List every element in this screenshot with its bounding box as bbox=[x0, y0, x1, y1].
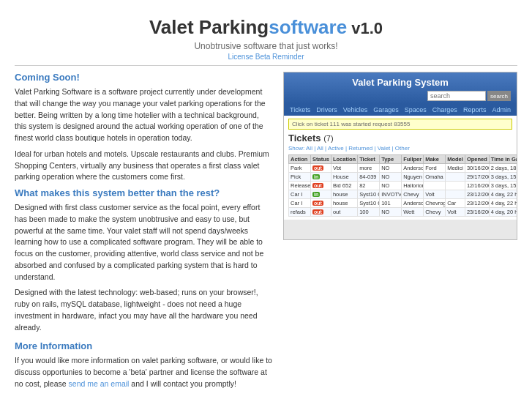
cell-type: 101 bbox=[380, 199, 402, 208]
cell-opened: 30/16/2009 14:26:07 bbox=[465, 164, 489, 173]
cell-ticket: 84-039 bbox=[358, 173, 380, 182]
more-info-section: More Information If you would like more … bbox=[15, 340, 273, 389]
cell-action: refads bbox=[289, 208, 311, 217]
what-makes-title: What makes this system better than the r… bbox=[15, 187, 273, 198]
cell-ticket: Syst10 6 bbox=[358, 199, 380, 208]
page-wrapper: Valet Parkingsoftware v1.0 Unobtrusive s… bbox=[0, 0, 532, 399]
cell-status: out bbox=[311, 208, 331, 217]
site-tagline: Unobtrusive software that just works! bbox=[15, 41, 517, 51]
right-column: Valet Parking System search Tickets Driv… bbox=[283, 72, 517, 395]
cell-ticket: more bbox=[358, 164, 380, 173]
table-row: Car I out house Syst10 6 101 Anderson Ch… bbox=[289, 199, 518, 208]
cell-make: Chevy bbox=[424, 208, 446, 217]
vps-nav-charges[interactable]: Charges bbox=[432, 106, 457, 113]
cell-action: Park bbox=[289, 164, 311, 173]
left-column: Coming Soon! Valet Parking Software is a… bbox=[15, 72, 273, 395]
coming-soon-para2: Ideal for urban hotels and motels. Upsca… bbox=[15, 149, 273, 183]
vps-nav-spaces[interactable]: Spaces bbox=[405, 106, 427, 113]
cell-type: NO bbox=[380, 182, 402, 190]
cell-fullper: Hallorion bbox=[402, 182, 424, 190]
cell-fullper: Wett bbox=[402, 208, 424, 217]
cell-location: Bid 652 bbox=[331, 182, 357, 190]
cell-status: in bbox=[311, 173, 331, 182]
vps-nav-drivers[interactable]: Drivers bbox=[316, 106, 337, 113]
cell-type: NO bbox=[380, 173, 402, 182]
coming-soon-title: Coming Soon! bbox=[15, 72, 273, 83]
vps-filter-row: Show: All | All | Active | Returned | Va… bbox=[288, 145, 512, 152]
col-model: Model bbox=[446, 155, 465, 164]
cell-fullper: Nguyen bbox=[402, 173, 424, 182]
table-row: Release out Bid 652 82 NO Hallorion 12/1… bbox=[289, 182, 518, 190]
cell-fullper: Anderson bbox=[402, 164, 424, 173]
vps-nav-reports[interactable]: Reports bbox=[463, 106, 487, 113]
vps-alert: Click on ticket 111 was started request … bbox=[288, 119, 512, 130]
license-link[interactable]: License Beta Reminder bbox=[15, 53, 517, 61]
cell-location: Vbt bbox=[331, 164, 357, 173]
cell-type: NO bbox=[380, 164, 402, 173]
cell-model bbox=[446, 190, 465, 199]
cell-location: House bbox=[331, 173, 357, 182]
cell-fullper: Anderson bbox=[402, 199, 424, 208]
cell-opened: 23/12/2009 13:09:28 bbox=[465, 190, 489, 199]
title-version: v1.0 bbox=[347, 19, 383, 37]
title-software: software bbox=[269, 16, 347, 38]
cell-time: 4 day, 20 hours, and 39 minutes bbox=[489, 208, 517, 217]
col-type: Type bbox=[380, 155, 402, 164]
coming-soon-para1: Valet Parking Software is a software pro… bbox=[15, 86, 273, 144]
email-link[interactable]: send me an email bbox=[69, 379, 130, 388]
cell-opened: 29/17/2009 10:09:04 bbox=[465, 173, 489, 182]
col-action: Action bbox=[289, 155, 311, 164]
cell-ticket: 82 bbox=[358, 182, 380, 190]
vps-nav-garages[interactable]: Garages bbox=[373, 106, 399, 113]
table-row: refads out out 100 NO Wett Chevy Volt 23… bbox=[289, 208, 518, 217]
cell-location: house bbox=[331, 199, 357, 208]
vps-search-button[interactable]: search bbox=[487, 91, 511, 101]
vps-search-input[interactable] bbox=[427, 91, 486, 101]
vps-nav-tickets[interactable]: Tickets bbox=[290, 106, 310, 113]
cell-model: Medici bbox=[446, 164, 465, 173]
cell-action: Car I bbox=[289, 190, 311, 199]
vps-tickets-title: Tickets (7) bbox=[288, 133, 512, 143]
cell-time: 4 day, 22 hours, and 31+ minutes bbox=[489, 190, 517, 199]
cell-time: 4 day, 22 hours, and 4+ minutes bbox=[489, 199, 517, 208]
vps-nav: Tickets Drivers Vehicles Garages Spaces … bbox=[284, 104, 517, 116]
vps-nav-vehicles[interactable]: Vehicles bbox=[343, 106, 368, 113]
cell-status: out bbox=[311, 164, 331, 173]
vps-system-title: Valet Parking System bbox=[290, 77, 511, 88]
table-row: Pick in House 84-039 NO Nguyen Omaha 29/… bbox=[289, 173, 518, 182]
col-location: Location bbox=[331, 155, 357, 164]
col-time: Time in Garage bbox=[489, 155, 517, 164]
what-makes-section: What makes this system better than the r… bbox=[15, 187, 273, 333]
cell-type: INVOTVOS bbox=[380, 190, 402, 199]
vps-nav-admin[interactable]: Admin bbox=[492, 106, 511, 113]
coming-soon-section: Coming Soon! Valet Parking Software is a… bbox=[15, 72, 273, 183]
cell-ticket: 100 bbox=[358, 208, 380, 217]
cell-action: Pick bbox=[289, 173, 311, 182]
cell-model: Volt bbox=[446, 208, 465, 217]
col-opened: Opened bbox=[465, 155, 489, 164]
cell-model bbox=[446, 182, 465, 190]
cell-model bbox=[446, 173, 465, 182]
vps-header: Valet Parking System search bbox=[284, 72, 517, 104]
cell-time: 3 days, 15 hours, and 4+ minutes bbox=[489, 173, 517, 182]
title-valet: Valet Parking bbox=[149, 16, 269, 38]
cell-action: Release bbox=[289, 182, 311, 190]
col-ticket: Ticket bbox=[358, 155, 380, 164]
screenshot-box: Valet Parking System search Tickets Driv… bbox=[283, 72, 517, 240]
cell-make: Chevroget bbox=[424, 199, 446, 208]
cell-opened: 23/16/2009 13:26:02 bbox=[465, 208, 489, 217]
more-info-body: If you would like more information on va… bbox=[15, 355, 273, 389]
cell-type: NO bbox=[380, 208, 402, 217]
cell-ticket: Syst10 6 bbox=[358, 190, 380, 199]
cell-location: out bbox=[331, 208, 357, 217]
cell-time: 2 days, 18 hours, and 23+ minutes bbox=[489, 164, 517, 173]
cell-fullper: Chevy bbox=[402, 190, 424, 199]
vps-tickets-table: Action Status Location Ticket Type Fullp… bbox=[288, 154, 517, 217]
cell-opened: 23/12/2009 12:09:02 bbox=[465, 199, 489, 208]
table-row: Car I in house Syst10 6 INVOTVOS Chevy V… bbox=[289, 190, 518, 199]
site-header: Valet Parkingsoftware v1.0 Unobtrusive s… bbox=[15, 7, 517, 66]
cell-action: Car I bbox=[289, 199, 311, 208]
cell-make: Omaha bbox=[424, 173, 446, 182]
cell-status: out bbox=[311, 199, 331, 208]
cell-make bbox=[424, 182, 446, 190]
